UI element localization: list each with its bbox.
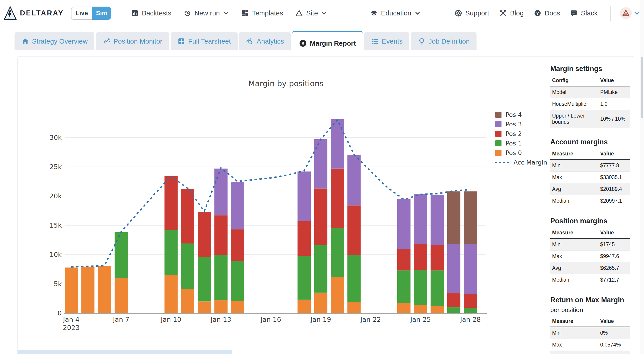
x-axis-tick-label: Jan 22 bbox=[360, 316, 381, 323]
life-ring-icon bbox=[454, 9, 462, 17]
tab-analytics[interactable]: Analytics bbox=[239, 32, 291, 50]
legend-item-pos-4[interactable]: Pos 4 bbox=[495, 111, 547, 118]
nav-item-education[interactable]: Education bbox=[370, 9, 420, 17]
bar-chart-icon bbox=[131, 9, 139, 17]
tab-full-tearsheet[interactable]: Full Tearsheet bbox=[171, 32, 238, 50]
nav-item-support[interactable]: Support bbox=[454, 9, 489, 17]
stats-section-account-margins: Account marginsMeasureValueMin$7777.8Max… bbox=[550, 138, 630, 207]
live-sim-toggle: Live Sim bbox=[71, 6, 111, 20]
stats-column-header: Value bbox=[598, 148, 630, 160]
chevron-down-icon bbox=[223, 10, 229, 16]
table-row: Upper / Lower bounds10% / 10% bbox=[550, 110, 630, 128]
table-cell: Median bbox=[550, 195, 598, 207]
table-cell: 10% / 10% bbox=[598, 110, 630, 128]
bar-segment-pos0-jan-20 bbox=[331, 277, 344, 313]
tab-position-monitor[interactable]: Position Monitor bbox=[96, 32, 169, 50]
grid-icon bbox=[241, 9, 249, 17]
chevron-down-icon bbox=[321, 10, 327, 16]
stats-section-title: Position margins bbox=[550, 217, 630, 225]
legend-label: Pos 2 bbox=[506, 130, 522, 137]
tab-margin-report[interactable]: $Margin Report bbox=[292, 31, 362, 54]
table-cell: 0% bbox=[598, 327, 630, 339]
nav-item-new-run[interactable]: New run bbox=[184, 9, 229, 17]
bar-segment-pos2-jan-13 bbox=[214, 215, 228, 255]
table-cell: $33035.1 bbox=[598, 172, 630, 183]
nav-item-templates[interactable]: Templates bbox=[241, 9, 283, 17]
list-icon bbox=[371, 38, 379, 45]
table-cell: $6265.7 bbox=[598, 262, 630, 274]
header-divider bbox=[117, 6, 117, 21]
bar-segment-pos2-jan-11 bbox=[181, 189, 194, 244]
avatar[interactable] bbox=[620, 7, 632, 19]
nav-item-label: New run bbox=[194, 9, 220, 17]
tab-label: Position Monitor bbox=[114, 38, 162, 45]
question-circle-icon: ? bbox=[534, 9, 542, 17]
table-cell: Avg bbox=[550, 351, 598, 354]
tab-label: Full Tearsheet bbox=[188, 38, 231, 45]
nav-item-blog[interactable]: Blog bbox=[499, 9, 524, 17]
tab-job-definition[interactable]: Job Definition bbox=[411, 32, 476, 50]
table-cell: Median bbox=[550, 274, 598, 286]
sim-toggle-button[interactable]: Sim bbox=[92, 6, 111, 20]
brand[interactable]: DELTARAY bbox=[4, 6, 64, 20]
live-toggle-button[interactable]: Live bbox=[71, 6, 92, 20]
table-row: Avg$20189.4 bbox=[550, 183, 630, 195]
x-axis-tick-label: Jan 10 bbox=[160, 316, 181, 323]
table-row: HouseMultiplier1.0 bbox=[550, 98, 630, 110]
tab-label: Events bbox=[382, 38, 402, 45]
page-scrollbar[interactable] bbox=[640, 0, 644, 354]
legend-item-pos-0[interactable]: Pos 0 bbox=[495, 149, 547, 156]
stats-table: ConfigValueModelPMLikeHouseMultiplier1.0… bbox=[550, 75, 630, 128]
bar-segment-pos2-jan-27 bbox=[447, 293, 460, 307]
nav-item-label: Site bbox=[306, 9, 318, 17]
legend-label: Pos 0 bbox=[506, 149, 522, 156]
stats-table: MeasureValueMin$7777.8Max$33035.1Avg$201… bbox=[550, 148, 630, 207]
bar-segment-pos3-jan-28 bbox=[464, 244, 477, 294]
legend-item-pos-1[interactable]: Pos 1 bbox=[495, 140, 547, 147]
nav-item-site[interactable]: Site bbox=[295, 9, 327, 17]
margin-by-positions-chart: 05k10k15k20k25k30kJan 42023Jan 7Jan 10Ja… bbox=[0, 100, 529, 336]
account-chevron-down-icon[interactable] bbox=[634, 10, 640, 16]
bar-segment-pos3-jan-24 bbox=[397, 199, 410, 249]
stats-column-header: Config bbox=[550, 75, 598, 86]
stats-column-header: Value bbox=[598, 75, 630, 86]
table-row: Min$7777.8 bbox=[550, 160, 630, 172]
bar-segment-pos1-jan-11 bbox=[181, 244, 194, 289]
bar-segment-pos2-jan-19 bbox=[314, 188, 328, 245]
nav-item-docs[interactable]: ?Docs bbox=[534, 9, 560, 17]
y-axis-tick-label: 20k bbox=[50, 192, 62, 200]
bar-segment-pos1-jan-14 bbox=[231, 261, 244, 301]
nav-item-label: Blog bbox=[510, 9, 524, 17]
legend-item-acc-margin[interactable]: Acc Margin bbox=[495, 159, 547, 166]
tab-label: Analytics bbox=[257, 38, 284, 45]
tab-label: Job Definition bbox=[428, 38, 470, 45]
legend-label: Pos 3 bbox=[506, 121, 522, 128]
x-axis-tick-label: Jan 7 bbox=[112, 316, 129, 323]
monitor-line-icon bbox=[103, 38, 110, 45]
tearsheet-grid-icon bbox=[178, 38, 185, 45]
bar-segment-pos0-jan-5 bbox=[81, 267, 94, 313]
legend-item-pos-3[interactable]: Pos 3 bbox=[495, 121, 547, 128]
nav-group-right: SupportBlog?DocsSlack bbox=[454, 9, 598, 17]
legend-label: Pos 1 bbox=[506, 140, 522, 147]
bar-segment-pos1-jan-28 bbox=[464, 308, 477, 313]
bar-segment-pos2-jan-18 bbox=[298, 221, 311, 256]
legend-item-pos-2[interactable]: Pos 2 bbox=[495, 130, 547, 137]
table-cell: 0.0574% bbox=[598, 339, 630, 351]
nav-item-backtests[interactable]: Backtests bbox=[131, 9, 171, 17]
bar-segment-pos1-jan-18 bbox=[298, 256, 311, 300]
tab-events[interactable]: Events bbox=[364, 32, 409, 50]
tab-label: Margin Report bbox=[310, 40, 356, 47]
table-row: Max$9947.6 bbox=[550, 250, 630, 262]
tab-strategy-overview[interactable]: Strategy Overview bbox=[14, 32, 94, 50]
bar-segment-pos1-jan-7 bbox=[114, 232, 128, 278]
scrollbar-thumb[interactable] bbox=[640, 57, 643, 118]
stats-section-title: Return on Max Margin bbox=[550, 296, 630, 304]
table-cell: $7712.7 bbox=[598, 274, 630, 286]
stats-table: MeasureValueMin$1745Max$9947.6Avg$6265.7… bbox=[550, 228, 630, 286]
nav-item-label: Support bbox=[466, 9, 489, 17]
nav-item-slack[interactable]: Slack bbox=[570, 9, 598, 17]
bar-segment-pos1-jan-24 bbox=[397, 270, 410, 303]
bar-segment-pos0-jan-24 bbox=[397, 303, 410, 313]
stats-section-position-margins: Position marginsMeasureValueMin$1745Max$… bbox=[550, 217, 630, 286]
